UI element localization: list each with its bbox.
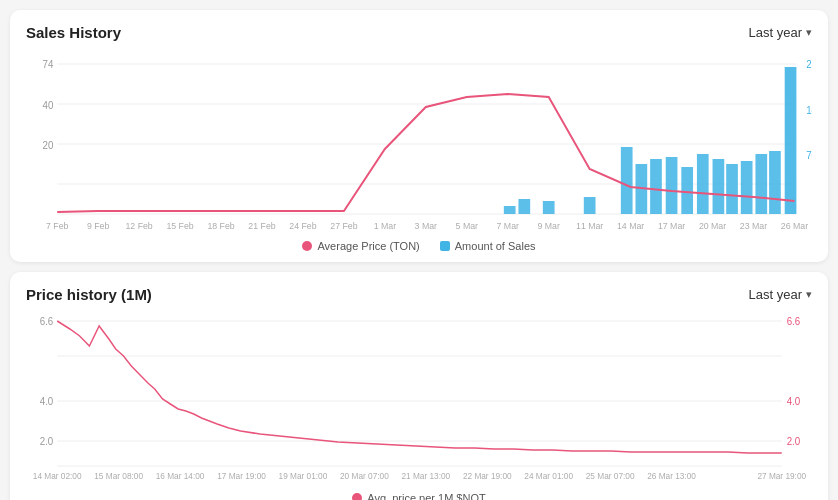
svg-text:2.0: 2.0 — [40, 436, 54, 447]
svg-text:17 Mar 19:00: 17 Mar 19:00 — [217, 471, 266, 481]
svg-text:4.0: 4.0 — [787, 396, 801, 407]
svg-rect-13 — [543, 201, 555, 214]
svg-text:24 Mar 01:00: 24 Mar 01:00 — [524, 471, 573, 481]
svg-rect-24 — [755, 154, 767, 214]
svg-text:14000: 14000 — [806, 105, 812, 116]
svg-rect-18 — [666, 157, 678, 214]
svg-text:15 Mar 08:00: 15 Mar 08:00 — [94, 471, 143, 481]
svg-text:21 Feb: 21 Feb — [248, 221, 275, 231]
price-period-label: Last year — [749, 287, 802, 302]
svg-text:22 Mar 19:00: 22 Mar 19:00 — [463, 471, 512, 481]
avg-price-label: Average Price (TON) — [317, 240, 419, 252]
price-period-selector[interactable]: Last year ▾ — [749, 287, 812, 302]
svg-text:11 Mar: 11 Mar — [576, 221, 603, 231]
svg-text:3 Mar: 3 Mar — [415, 221, 437, 231]
svg-text:19 Mar 01:00: 19 Mar 01:00 — [279, 471, 328, 481]
svg-text:6.6: 6.6 — [787, 316, 801, 327]
sales-history-title: Sales History — [26, 24, 121, 41]
svg-text:14 Mar: 14 Mar — [617, 221, 644, 231]
svg-text:4.0: 4.0 — [40, 396, 54, 407]
sales-history-card: Sales History Last year ▾ 74 40 20 27602… — [10, 10, 828, 262]
svg-text:18 Feb: 18 Feb — [207, 221, 234, 231]
svg-text:20 Mar: 20 Mar — [699, 221, 726, 231]
legend-amount-sales: Amount of Sales — [440, 240, 536, 252]
sales-chevron-icon: ▾ — [806, 26, 812, 39]
svg-text:7 Mar: 7 Mar — [497, 221, 519, 231]
svg-rect-25 — [769, 151, 781, 214]
avg-price-not-icon — [352, 493, 362, 500]
sales-chart-area: 74 40 20 27602 14000 7000 — [26, 49, 812, 234]
svg-rect-15 — [621, 147, 633, 214]
price-legend: Avg. price per 1M $NOT — [26, 492, 812, 500]
svg-text:26 Mar: 26 Mar — [781, 221, 808, 231]
svg-text:27 Mar 19:00: 27 Mar 19:00 — [757, 471, 806, 481]
svg-text:40: 40 — [42, 100, 53, 111]
svg-rect-17 — [650, 159, 662, 214]
sales-period-selector[interactable]: Last year ▾ — [749, 25, 812, 40]
svg-rect-26 — [785, 67, 797, 214]
amount-sales-icon — [440, 241, 450, 251]
legend-avg-price-not: Avg. price per 1M $NOT — [352, 492, 485, 500]
svg-text:14 Mar 02:00: 14 Mar 02:00 — [33, 471, 82, 481]
sales-legend: Average Price (TON) Amount of Sales — [26, 240, 812, 252]
svg-rect-23 — [741, 161, 753, 214]
svg-rect-20 — [697, 154, 709, 214]
svg-text:12 Feb: 12 Feb — [125, 221, 152, 231]
svg-rect-12 — [518, 199, 530, 214]
sales-period-label: Last year — [749, 25, 802, 40]
price-chart-area: 6.6 4.0 2.0 6.6 4.0 2.0 14 Mar 02:00 15 … — [26, 311, 812, 486]
svg-text:24 Feb: 24 Feb — [289, 221, 316, 231]
svg-text:2.0: 2.0 — [787, 436, 801, 447]
svg-rect-21 — [713, 159, 725, 214]
svg-text:74: 74 — [42, 59, 53, 70]
svg-text:20: 20 — [42, 140, 53, 151]
sales-history-header: Sales History Last year ▾ — [26, 24, 812, 41]
amount-sales-label: Amount of Sales — [455, 240, 536, 252]
svg-text:21 Mar 13:00: 21 Mar 13:00 — [401, 471, 450, 481]
svg-text:1 Mar: 1 Mar — [374, 221, 396, 231]
svg-text:25 Mar 07:00: 25 Mar 07:00 — [586, 471, 635, 481]
svg-text:16 Mar 14:00: 16 Mar 14:00 — [156, 471, 205, 481]
svg-text:26 Mar 13:00: 26 Mar 13:00 — [647, 471, 696, 481]
svg-text:9 Feb: 9 Feb — [87, 221, 109, 231]
svg-text:17 Mar: 17 Mar — [658, 221, 685, 231]
avg-price-icon — [302, 241, 312, 251]
svg-text:6.6: 6.6 — [40, 316, 54, 327]
price-history-title: Price history (1M) — [26, 286, 152, 303]
svg-rect-19 — [681, 167, 693, 214]
price-history-card: Price history (1M) Last year ▾ 6.6 4.0 2… — [10, 272, 828, 500]
svg-text:7000: 7000 — [806, 150, 812, 161]
avg-price-not-label: Avg. price per 1M $NOT — [367, 492, 485, 500]
price-history-header: Price history (1M) Last year ▾ — [26, 286, 812, 303]
legend-avg-price: Average Price (TON) — [302, 240, 419, 252]
svg-rect-22 — [726, 164, 738, 214]
svg-text:23 Mar: 23 Mar — [740, 221, 767, 231]
svg-text:15 Feb: 15 Feb — [166, 221, 193, 231]
svg-text:27602: 27602 — [806, 59, 812, 70]
svg-text:9 Mar: 9 Mar — [537, 221, 559, 231]
svg-rect-14 — [584, 197, 596, 214]
svg-text:7 Feb: 7 Feb — [46, 221, 68, 231]
price-chevron-icon: ▾ — [806, 288, 812, 301]
svg-text:5 Mar: 5 Mar — [456, 221, 478, 231]
svg-text:27 Feb: 27 Feb — [330, 221, 357, 231]
svg-rect-11 — [504, 206, 516, 214]
svg-text:20 Mar 07:00: 20 Mar 07:00 — [340, 471, 389, 481]
